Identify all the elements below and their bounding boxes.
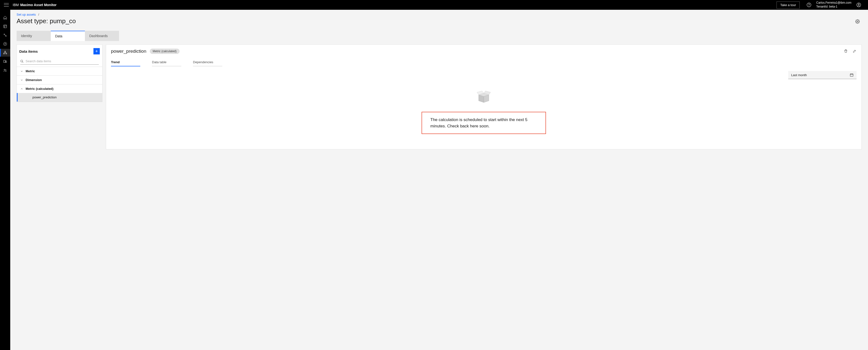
search-input[interactable] [26, 59, 99, 63]
nav-assets-icon[interactable] [0, 49, 10, 57]
svg-point-15 [857, 21, 858, 22]
brand-ibm: IBM [13, 3, 19, 7]
chevron-down-icon [20, 70, 23, 73]
subtab-data-table[interactable]: Data table [152, 58, 181, 66]
category-metric[interactable]: Metric [17, 67, 102, 76]
date-range-label: Last month [791, 73, 807, 77]
main-tabs: Identity Data Dashboards [17, 31, 862, 41]
help-icon[interactable] [807, 2, 811, 7]
detail-subtabs: Trend Data table Dependencies [111, 58, 857, 67]
svg-rect-11 [4, 60, 5, 62]
add-data-item-button[interactable]: + [93, 48, 100, 54]
calendar-icon [850, 73, 854, 77]
edit-icon[interactable] [852, 49, 857, 54]
detail-title: power_prediction [111, 49, 146, 54]
page-title: Asset type: pump_co [17, 17, 76, 25]
main-content: Set up assets / Asset type: pump_co Iden… [10, 10, 868, 156]
delete-icon[interactable] [844, 49, 848, 54]
svg-point-16 [21, 60, 23, 62]
nav-users-icon[interactable] [0, 66, 10, 74]
svg-rect-8 [5, 51, 6, 52]
nav-home-icon[interactable] [0, 14, 10, 22]
menu-icon[interactable] [4, 2, 9, 7]
search-data-items[interactable] [20, 58, 99, 65]
subtab-trend[interactable]: Trend [111, 58, 140, 66]
nav-dashboard-icon[interactable] [0, 23, 10, 30]
chevron-up-icon [20, 87, 23, 90]
data-items-title: Data items [19, 49, 38, 54]
user-avatar-icon[interactable] [856, 2, 861, 7]
svg-point-13 [4, 69, 5, 70]
chevron-down-icon [20, 79, 23, 82]
date-range-selector[interactable]: Last month [788, 71, 857, 79]
tenant-id: TenantId: beta-1 [816, 5, 851, 9]
data-items-panel: Data items + Metric Dimension [17, 45, 102, 102]
category-metric-calculated[interactable]: Metric (calculated) [17, 84, 102, 93]
svg-point-14 [5, 69, 6, 70]
category-dimension-label: Dimension [26, 78, 42, 82]
global-header: IBM Maximo Asset Monitor Take a tour Car… [0, 0, 868, 10]
category-metric-calculated-label: Metric (calculated) [26, 87, 54, 91]
subtab-dependencies[interactable]: Dependencies [193, 58, 222, 66]
breadcrumb: Set up assets / [17, 13, 76, 16]
user-email: Carlos.Ferreira1@ibm.com [816, 1, 851, 5]
svg-rect-4 [4, 25, 7, 28]
detail-type-badge: Metric (calculated) [150, 49, 180, 54]
nav-connect-icon[interactable] [0, 31, 10, 39]
data-item-power-prediction[interactable]: power_prediction [17, 93, 102, 101]
category-dimension[interactable]: Dimension [17, 76, 102, 84]
empty-state: The calculation is scheduled to start wi… [111, 89, 857, 134]
take-a-tour-button[interactable]: Take a tour [776, 1, 800, 8]
settings-icon[interactable] [854, 17, 862, 26]
empty-box-icon [475, 89, 492, 106]
tab-dashboards[interactable]: Dashboards [85, 31, 119, 41]
svg-point-7 [3, 42, 7, 46]
detail-panel: power_prediction Metric (calculated) Tre… [106, 45, 862, 149]
brand-product: Maximo Asset Monitor [20, 3, 57, 7]
category-metric-label: Metric [26, 69, 35, 73]
svg-rect-10 [6, 53, 7, 54]
calculation-pending-message: The calculation is scheduled to start wi… [422, 112, 546, 134]
user-info: Carlos.Ferreira1@ibm.com TenantId: beta-… [816, 1, 851, 8]
search-icon [20, 60, 24, 63]
svg-rect-9 [3, 53, 4, 54]
svg-rect-12 [6, 61, 7, 62]
nav-devices-icon[interactable] [0, 58, 10, 65]
breadcrumb-parent-link[interactable]: Set up assets [17, 13, 36, 16]
tab-identity[interactable]: Identity [17, 31, 51, 41]
breadcrumb-separator: / [38, 13, 39, 16]
tab-data[interactable]: Data [51, 31, 85, 41]
nav-explore-icon[interactable] [0, 40, 10, 48]
svg-point-1 [809, 6, 809, 6]
brand: IBM Maximo Asset Monitor [13, 3, 57, 7]
svg-rect-17 [850, 74, 853, 77]
svg-point-3 [858, 4, 860, 5]
left-nav [0, 10, 10, 156]
